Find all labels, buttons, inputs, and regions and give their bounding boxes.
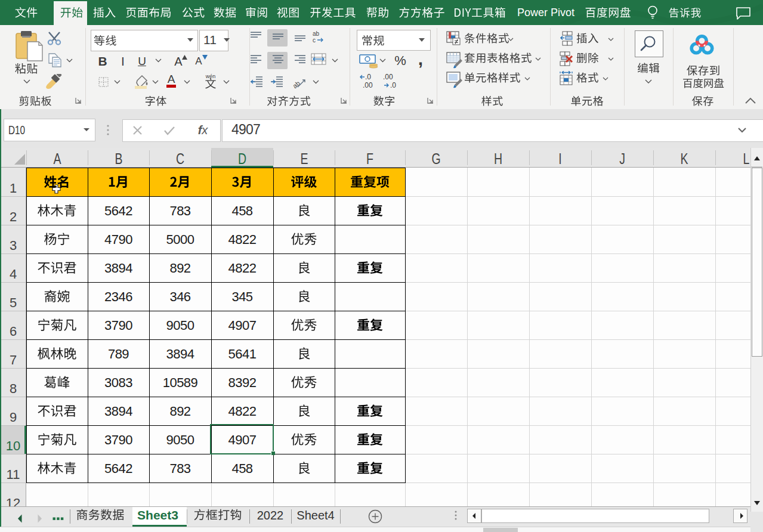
svg-text:.0: .0 [365, 73, 371, 81]
svg-text:c: c [313, 37, 316, 44]
svg-text:.00: .00 [383, 73, 393, 81]
svg-text:.0: .0 [390, 81, 396, 89]
svg-text:ab: ab [313, 30, 320, 37]
svg-text:.00: .00 [363, 81, 373, 89]
